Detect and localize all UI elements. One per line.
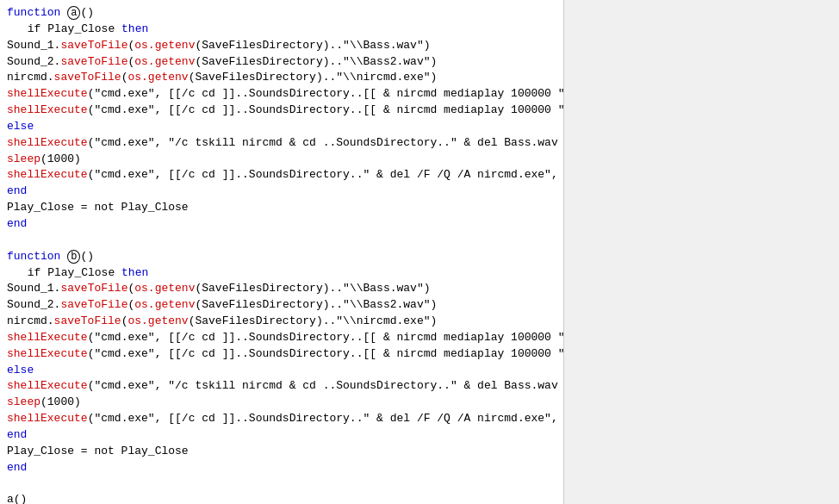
line-blank2 xyxy=(7,476,556,492)
line-b3: Sound_1.saveToFile(os.getenv(SaveFilesDi… xyxy=(7,281,556,297)
line-if-b: if Play_Close then xyxy=(7,265,556,282)
line-end-b2: end xyxy=(7,460,556,476)
line-end-b1: end xyxy=(7,427,556,444)
line-b6: shellExecute("cmd.exe", [[/c cd ]]..Soun… xyxy=(7,330,556,346)
line-a4: Sound_2.saveToFile(os.getenv(SaveFilesDi… xyxy=(7,54,556,71)
line-else-a: else xyxy=(7,119,556,135)
line-a13: Play_Close = not Play_Close xyxy=(7,200,556,216)
line-else-b: else xyxy=(7,363,556,379)
line-a6: shellExecute("cmd.exe", [[/c cd ]]..Soun… xyxy=(7,86,556,103)
code-editor[interactable]: function a() if Play_Close then Sound_1.… xyxy=(0,0,563,504)
line-a10: sleep(1000) xyxy=(7,152,556,168)
line-b10: sleep(1000) xyxy=(7,395,556,411)
line-a5: nircmd.saveToFile(os.getenv(SaveFilesDir… xyxy=(7,70,556,86)
line-b11: shellExecute("cmd.exe", [[/c cd ]]..Soun… xyxy=(7,411,556,427)
line-end-a2: end xyxy=(7,216,556,233)
line-b13: Play_Close = not Play_Close xyxy=(7,444,556,460)
line-blank1 xyxy=(7,233,556,249)
right-panel xyxy=(563,0,839,504)
line-b4: Sound_2.saveToFile(os.getenv(SaveFilesDi… xyxy=(7,297,556,314)
line-a11: shellExecute("cmd.exe", [[/c cd ]]..Soun… xyxy=(7,167,556,184)
line-if-a: if Play_Close then xyxy=(7,22,556,38)
line-func-b: function b() xyxy=(7,249,556,265)
line-a3: Sound_1.saveToFile(os.getenv(SaveFilesDi… xyxy=(7,38,556,54)
line-b7: shellExecute("cmd.exe", [[/c cd ]]..Soun… xyxy=(7,346,556,363)
line-a9: shellExecute("cmd.exe", "/c tskill nircm… xyxy=(7,135,556,152)
line-b5: nircmd.saveToFile(os.getenv(SaveFilesDir… xyxy=(7,314,556,330)
line-b9: shellExecute("cmd.exe", "/c tskill nircm… xyxy=(7,378,556,395)
line-func-a: function a() xyxy=(7,5,556,22)
line-a7: shellExecute("cmd.exe", [[/c cd ]]..Soun… xyxy=(7,103,556,119)
line-end-a1: end xyxy=(7,184,556,200)
line-call-a: a() xyxy=(7,492,556,504)
